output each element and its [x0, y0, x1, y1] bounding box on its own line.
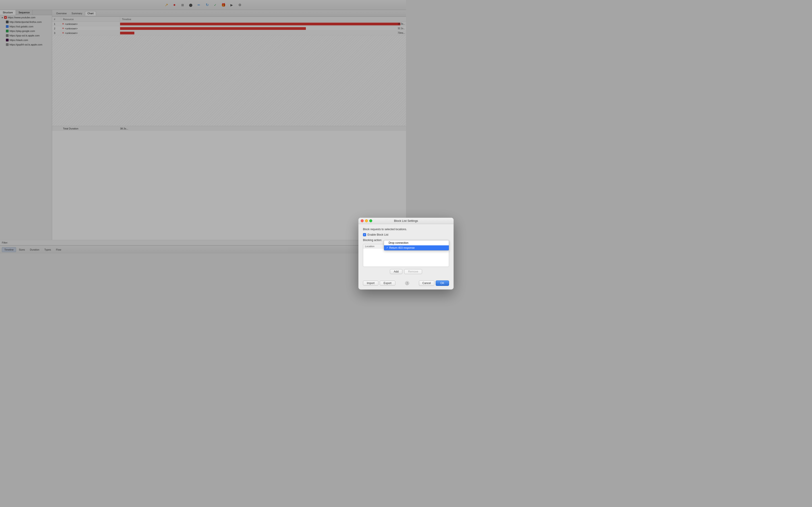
option-label: Drop connection: [389, 241, 406, 244]
dialog-body: Block requests to selected locations. ✓ …: [358, 224, 406, 254]
dialog-description: Block requests to selected locations.: [363, 228, 406, 231]
minimize-button[interactable]: [365, 219, 368, 222]
dropdown-option-drop[interactable]: Drop connection: [384, 240, 406, 245]
option-label: Return 403 response: [389, 246, 406, 249]
maximize-button[interactable]: [369, 219, 372, 222]
dialog-titlebar: Block List Settings: [358, 218, 406, 224]
modal-overlay: Block List Settings Block requests to se…: [0, 0, 406, 253]
dropdown-option-return403[interactable]: ✓ Return 403 response: [384, 245, 406, 250]
enable-blocklist-checkbox[interactable]: ✓: [363, 233, 366, 236]
block-list-settings-dialog: Block List Settings Block requests to se…: [358, 218, 406, 254]
dropdown-options: Drop connection ✓ Return 403 response: [384, 240, 406, 250]
check-mark: ✓: [386, 246, 388, 249]
dialog-title: Block List Settings: [394, 219, 406, 223]
close-button[interactable]: [361, 219, 364, 222]
blocking-action-label: Blocking action:: [363, 238, 382, 242]
enable-blocklist-row: ✓ Enable Block List: [363, 233, 406, 236]
enable-blocklist-label: Enable Block List: [367, 233, 388, 236]
blocking-action-row: Blocking action: Drop connection ✓ Retur…: [363, 238, 406, 242]
window-controls: [361, 219, 372, 222]
check-spacer: [386, 241, 388, 244]
